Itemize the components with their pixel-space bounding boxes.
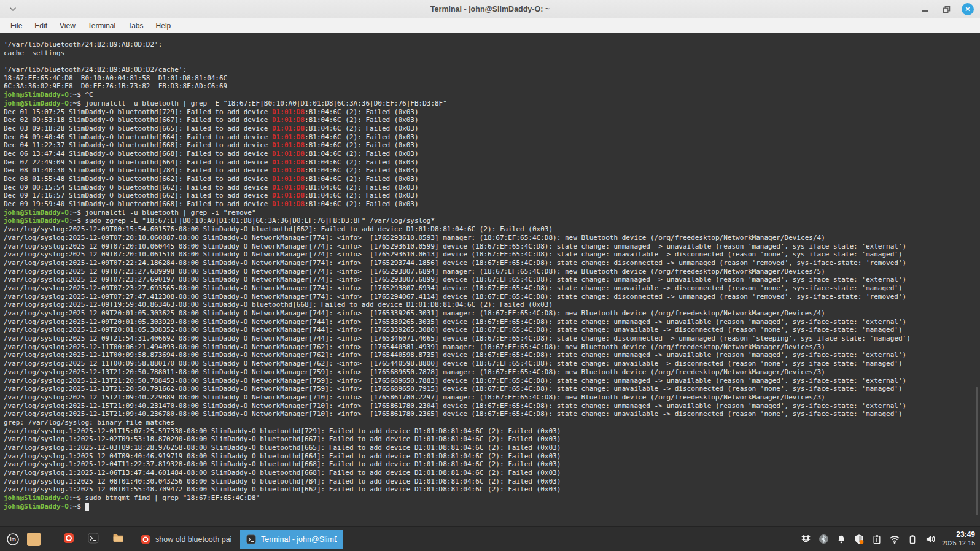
terminal-line: Dec 08 01:55:48 SlimDaddy-O bluetoothd[6… bbox=[4, 175, 911, 183]
terminal-line: /var/log/syslog.1:2025-12-04T11:22:37.81… bbox=[4, 460, 911, 469]
terminal-launcher-icon bbox=[88, 533, 99, 546]
terminal-line: /var/log/syslog:2025-12-09T07:20:10.0615… bbox=[4, 250, 911, 259]
system-tray bbox=[800, 534, 936, 545]
terminal-line: /var/log/syslog:2025-12-09T07:27:47.4123… bbox=[4, 293, 911, 301]
menu-item-file[interactable]: File bbox=[5, 20, 28, 31]
terminal-icon bbox=[246, 534, 256, 544]
terminal-line: john@SlimDaddy-O:~$ sudo btmgmt find | g… bbox=[4, 494, 911, 503]
taskbar-window-button[interactable]: Terminal - john@SlimDadd... bbox=[240, 530, 343, 549]
terminal-line: /var/log/syslog:2025-12-11T00:09:58.8736… bbox=[4, 351, 911, 360]
terminal-line: Dec 03 09:18:28 SlimDaddy-O bluetoothd[6… bbox=[4, 125, 911, 133]
terminal-line: 18:67:EF:65:4C:D8 B0:10:A0:04:81:58 D1:0… bbox=[4, 74, 911, 83]
file-manager-launcher-button[interactable] bbox=[110, 531, 126, 547]
menu-item-help[interactable]: Help bbox=[150, 20, 177, 31]
terminal-line: /var/log/syslog:2025-12-09T07:20:10.0604… bbox=[4, 242, 911, 251]
terminal-line: /var/log/syslog:2025-12-11T00:09:58.8801… bbox=[4, 360, 911, 368]
file-manager-launcher-icon bbox=[112, 532, 124, 546]
panel-separator bbox=[52, 532, 52, 547]
mint-logo-icon: lm bbox=[6, 533, 20, 546]
taskbar: lm show old bluetooth pairin...Terminal … bbox=[0, 526, 980, 551]
restore-button[interactable] bbox=[941, 4, 952, 15]
taskbar-window-label: Terminal - john@SlimDadd... bbox=[261, 535, 337, 544]
terminal-line: /var/log/syslog:2025-12-11T00:06:21.4940… bbox=[4, 343, 911, 352]
scrollbar[interactable] bbox=[976, 387, 978, 515]
terminal-line: Dec 07 22:49:09 SlimDaddy-O bluetoothd[6… bbox=[4, 158, 911, 167]
clipboard-alert-icon[interactable] bbox=[871, 534, 882, 545]
window-title: Terminal - john@SlimDaddy-O: ~ bbox=[0, 0, 980, 18]
terminal-line: /var/log/syslog:2025-12-15T21:09:40.2367… bbox=[4, 410, 911, 418]
terminal-line: /var/log/syslog:2025-12-09T07:23:27.6899… bbox=[4, 268, 911, 276]
terminal-line: 6C:3A:36:02:9E:E8 D0:EF:76:1B:73:82 FB:D… bbox=[4, 82, 911, 91]
terminal-line: Dec 04 09:40:46 SlimDaddy-O bluetoothd[6… bbox=[4, 133, 911, 142]
show-desktop-button[interactable] bbox=[27, 533, 41, 546]
wifi-icon[interactable] bbox=[889, 534, 900, 545]
terminal-line: /var/log/syslog:2025-12-09T00:15:54.6015… bbox=[4, 225, 911, 234]
clock-date: 2025-12-15 bbox=[942, 539, 975, 547]
terminal-line: /var/log/syslog.1:2025-12-03T09:18:28.97… bbox=[4, 444, 911, 452]
terminal-output: '/var/lib/bluetooth/24:B2:B9:A8:0D:D2':c… bbox=[4, 40, 911, 511]
window-list: show old bluetooth pairin...Terminal - j… bbox=[134, 530, 343, 549]
terminal-line: Dec 02 09:53:18 SlimDaddy-O bluetoothd[6… bbox=[4, 116, 911, 125]
clock[interactable]: 23:49 2025-12-15 bbox=[942, 530, 975, 547]
terminal-line: /var/log/syslog:2025-12-09T07:23:27.6935… bbox=[4, 284, 911, 293]
browser-icon bbox=[141, 534, 150, 544]
terminal-line: /var/log/syslog.1:2025-12-08T01:40:30.04… bbox=[4, 477, 911, 486]
terminal-line: /var/log/syslog.1:2025-12-02T09:53:18.87… bbox=[4, 435, 911, 444]
terminal-line: Dec 09 17:16:57 SlimDaddy-O bluetoothd[6… bbox=[4, 191, 911, 200]
minimize-button[interactable] bbox=[920, 4, 931, 15]
minimize-icon bbox=[922, 10, 928, 12]
menu-item-edit[interactable]: Edit bbox=[29, 20, 53, 31]
menu-item-view[interactable]: View bbox=[54, 20, 81, 31]
terminal-line: /var/log/syslog:2025-12-13T21:20:50.7916… bbox=[4, 385, 911, 393]
bluetooth-icon[interactable] bbox=[818, 534, 829, 545]
menu-bar: FileEditViewTerminalTabsHelp bbox=[0, 18, 980, 33]
battery-icon[interactable] bbox=[907, 534, 918, 545]
terminal-line: /var/log/syslog:2025-12-09T07:23:27.6901… bbox=[4, 276, 911, 284]
restore-icon bbox=[943, 6, 951, 13]
terminal-line: /var/log/syslog:2025-12-09T20:01:05.3083… bbox=[4, 326, 911, 334]
terminal-line: /var/log/syslog.1:2025-12-01T15:07:25.59… bbox=[4, 427, 911, 436]
close-icon: ✕ bbox=[965, 6, 971, 13]
window-controls: ✕ bbox=[920, 0, 974, 18]
terminal-line: Dec 09 00:15:54 SlimDaddy-O bluetoothd[6… bbox=[4, 183, 911, 192]
terminal-line: Dec 04 11:22:37 SlimDaddy-O bluetoothd[6… bbox=[4, 141, 911, 150]
quick-launchers bbox=[61, 531, 126, 547]
taskbar-window-button[interactable]: show old bluetooth pairin... bbox=[134, 530, 238, 549]
terminal-line: Dec 06 13:47:44 SlimDaddy-O bluetoothd[6… bbox=[4, 150, 911, 158]
terminal-viewport[interactable]: '/var/lib/bluetooth/24:B2:B9:A8:0D:D2':c… bbox=[0, 33, 980, 526]
taskbar-window-label: show old bluetooth pairin... bbox=[155, 535, 231, 544]
start-menu-button[interactable]: lm bbox=[4, 530, 22, 549]
terminal-line: /var/log/syslog:2025-12-09T21:54:31.4066… bbox=[4, 334, 911, 343]
terminal-line: john@SlimDaddy-O:~$ ^C bbox=[4, 91, 911, 99]
update-shield-icon[interactable] bbox=[854, 534, 865, 545]
terminal-line: /var/log/syslog.1:2025-12-06T13:47:44.60… bbox=[4, 469, 911, 477]
notifications-bell-icon[interactable] bbox=[836, 534, 847, 545]
terminal-line bbox=[4, 57, 911, 66]
menu-item-terminal[interactable]: Terminal bbox=[82, 20, 121, 31]
terminal-line: /var/log/syslog:2025-12-09T20:01:05.3036… bbox=[4, 309, 911, 318]
clock-time: 23:49 bbox=[942, 530, 975, 539]
terminal-line: Dec 08 01:40:30 SlimDaddy-O bluetoothd[7… bbox=[4, 166, 911, 175]
terminal-line: grep: /var/log/syslog: binary file match… bbox=[4, 418, 911, 427]
terminal-line: /var/log/syslog:2025-12-09T20:01:05.3039… bbox=[4, 318, 911, 326]
terminal-line: john@SlimDaddy-O:~$ sudo zgrep -E "18:67… bbox=[4, 217, 911, 225]
terminal-line: /var/log/syslog.1:2025-12-04T09:40:46.91… bbox=[4, 452, 911, 461]
terminal-line: /var/log/syslog:2025-12-15T21:09:40.2314… bbox=[4, 402, 911, 410]
terminal-line: /var/log/syslog:2025-12-09T07:22:24.1862… bbox=[4, 259, 911, 268]
terminal-line: /var/log/syslog:2025-12-09T19:59:40.8634… bbox=[4, 301, 911, 309]
terminal-launcher-button[interactable] bbox=[85, 531, 101, 547]
close-button[interactable]: ✕ bbox=[962, 3, 974, 15]
terminal-line: cache settings bbox=[4, 49, 911, 58]
dropbox-icon[interactable] bbox=[800, 534, 811, 545]
window-titlebar[interactable]: Terminal - john@SlimDaddy-O: ~ ✕ bbox=[0, 0, 980, 18]
terminal-line: /var/log/syslog:2025-12-13T21:20:50.7884… bbox=[4, 377, 911, 385]
terminal-line: john@SlimDaddy-O:~$ journalctl -u blueto… bbox=[4, 209, 911, 217]
terminal-line: /var/log/syslog:2025-12-09T07:20:10.0600… bbox=[4, 234, 911, 242]
terminal-line: '/var/lib/bluetooth/24:B2:B9:A8:0D:D2/ca… bbox=[4, 66, 911, 74]
terminal-line: /var/log/syslog.1:2025-12-08T01:55:48.70… bbox=[4, 485, 911, 494]
browser-launcher-button[interactable] bbox=[61, 531, 77, 547]
menu-item-tabs[interactable]: Tabs bbox=[122, 20, 149, 31]
volume-icon[interactable] bbox=[925, 534, 936, 545]
terminal-line: john@SlimDaddy-O:~$ bbox=[4, 503, 911, 511]
terminal-line: Dec 09 19:59:40 SlimDaddy-O bluetoothd[6… bbox=[4, 200, 911, 209]
